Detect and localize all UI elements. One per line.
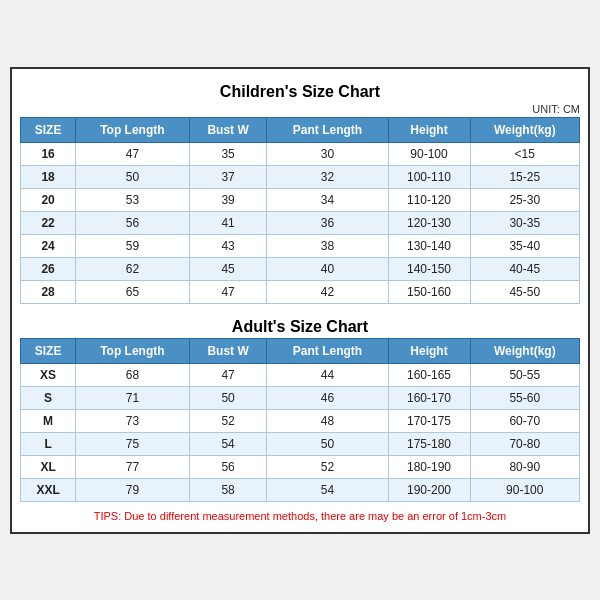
table-cell: M	[21, 409, 76, 432]
table-cell: 80-90	[470, 455, 579, 478]
table-cell: 90-100	[470, 478, 579, 501]
adults-col-header: Height	[388, 338, 470, 363]
table-cell: S	[21, 386, 76, 409]
table-cell: 79	[76, 478, 190, 501]
table-cell: XS	[21, 363, 76, 386]
unit-label: UNIT: CM	[20, 103, 580, 115]
table-cell: 70-80	[470, 432, 579, 455]
table-row: L755450175-18070-80	[21, 432, 580, 455]
table-cell: 170-175	[388, 409, 470, 432]
table-cell: XL	[21, 455, 76, 478]
adults-col-header: Bust W	[189, 338, 267, 363]
table-cell: 54	[267, 478, 388, 501]
table-cell: 190-200	[388, 478, 470, 501]
table-cell: 35-40	[470, 234, 579, 257]
table-row: S715046160-17055-60	[21, 386, 580, 409]
table-cell: 100-110	[388, 165, 470, 188]
table-cell: 150-160	[388, 280, 470, 303]
childrens-col-header: Pant Length	[267, 117, 388, 142]
childrens-col-header: Top Length	[76, 117, 190, 142]
table-cell: 34	[267, 188, 388, 211]
table-cell: 18	[21, 165, 76, 188]
table-cell: 40-45	[470, 257, 579, 280]
table-cell: 120-130	[388, 211, 470, 234]
table-cell: 32	[267, 165, 388, 188]
table-cell: 16	[21, 142, 76, 165]
table-cell: 38	[267, 234, 388, 257]
table-cell: 75	[76, 432, 190, 455]
table-cell: 160-165	[388, 363, 470, 386]
table-cell: 58	[189, 478, 267, 501]
childrens-col-header: SIZE	[21, 117, 76, 142]
table-cell: 44	[267, 363, 388, 386]
table-row: 22564136120-13030-35	[21, 211, 580, 234]
table-cell: 77	[76, 455, 190, 478]
table-cell: 47	[189, 363, 267, 386]
table-cell: 54	[189, 432, 267, 455]
adults-header-row: SIZETop LengthBust WPant LengthHeightWei…	[21, 338, 580, 363]
adults-table: SIZETop LengthBust WPant LengthHeightWei…	[20, 338, 580, 502]
childrens-table: SIZETop LengthBust WPant LengthHeightWei…	[20, 117, 580, 304]
adults-col-header: Top Length	[76, 338, 190, 363]
table-cell: 160-170	[388, 386, 470, 409]
table-cell: 22	[21, 211, 76, 234]
table-cell: <15	[470, 142, 579, 165]
table-cell: 56	[76, 211, 190, 234]
chart-container: Children's Size Chart UNIT: CM SIZETop L…	[10, 67, 590, 534]
table-cell: 68	[76, 363, 190, 386]
table-cell: 47	[189, 280, 267, 303]
table-cell: 50-55	[470, 363, 579, 386]
table-row: 18503732100-11015-25	[21, 165, 580, 188]
adults-title: Adult's Size Chart	[20, 312, 580, 338]
table-cell: 37	[189, 165, 267, 188]
table-cell: 26	[21, 257, 76, 280]
table-row: 1647353090-100<15	[21, 142, 580, 165]
table-row: M735248170-17560-70	[21, 409, 580, 432]
tips-text: TIPS: Due to different measurement metho…	[20, 508, 580, 524]
table-cell: 110-120	[388, 188, 470, 211]
table-cell: 30	[267, 142, 388, 165]
adults-col-header: Weight(kg)	[470, 338, 579, 363]
table-cell: 20	[21, 188, 76, 211]
table-cell: 65	[76, 280, 190, 303]
table-cell: 30-35	[470, 211, 579, 234]
table-row: 20533934110-12025-30	[21, 188, 580, 211]
childrens-col-header: Bust W	[189, 117, 267, 142]
table-cell: L	[21, 432, 76, 455]
table-cell: 43	[189, 234, 267, 257]
table-cell: 180-190	[388, 455, 470, 478]
table-cell: 36	[267, 211, 388, 234]
table-cell: 73	[76, 409, 190, 432]
childrens-title: Children's Size Chart	[20, 77, 580, 103]
table-row: 26624540140-15040-45	[21, 257, 580, 280]
table-cell: 39	[189, 188, 267, 211]
table-cell: 55-60	[470, 386, 579, 409]
adults-col-header: SIZE	[21, 338, 76, 363]
table-row: XS684744160-16550-55	[21, 363, 580, 386]
table-cell: 52	[189, 409, 267, 432]
table-cell: 175-180	[388, 432, 470, 455]
table-cell: 62	[76, 257, 190, 280]
table-cell: 46	[267, 386, 388, 409]
table-cell: 50	[189, 386, 267, 409]
table-cell: 56	[189, 455, 267, 478]
childrens-col-header: Height	[388, 117, 470, 142]
table-cell: 41	[189, 211, 267, 234]
table-cell: 40	[267, 257, 388, 280]
adults-col-header: Pant Length	[267, 338, 388, 363]
table-cell: XXL	[21, 478, 76, 501]
table-row: 24594338130-14035-40	[21, 234, 580, 257]
table-row: XL775652180-19080-90	[21, 455, 580, 478]
table-cell: 90-100	[388, 142, 470, 165]
table-cell: 53	[76, 188, 190, 211]
table-cell: 71	[76, 386, 190, 409]
table-cell: 130-140	[388, 234, 470, 257]
table-cell: 50	[267, 432, 388, 455]
table-cell: 45-50	[470, 280, 579, 303]
table-cell: 25-30	[470, 188, 579, 211]
table-row: 28654742150-16045-50	[21, 280, 580, 303]
table-cell: 24	[21, 234, 76, 257]
table-cell: 47	[76, 142, 190, 165]
table-cell: 50	[76, 165, 190, 188]
table-cell: 60-70	[470, 409, 579, 432]
